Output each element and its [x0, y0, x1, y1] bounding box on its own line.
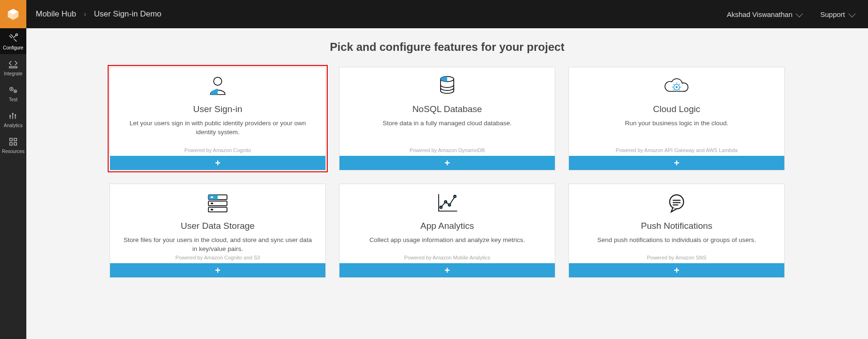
plus-icon: + [674, 158, 679, 168]
card-app-analytics[interactable]: App Analytics Collect app usage informat… [339, 184, 555, 278]
user-icon [206, 74, 229, 97]
chat-icon [664, 191, 689, 214]
card-body: App Analytics Collect app usage informat… [339, 184, 555, 263]
svg-rect-11 [10, 143, 13, 145]
plus-icon: + [215, 158, 221, 168]
card-push-notifications[interactable]: Push Notifications Send push notificatio… [568, 184, 785, 278]
plus-icon: + [674, 266, 679, 275]
breadcrumb-root[interactable]: Mobile Hub [36, 9, 76, 19]
card-title: User Data Storage [181, 221, 254, 231]
card-powered-by: Powered by Amazon DynamoDB [410, 147, 485, 153]
sidebar-item-configure[interactable]: Configure [0, 28, 26, 54]
svg-rect-9 [10, 138, 13, 141]
card-title: Push Notifications [641, 221, 712, 231]
card-title: NoSQL Database [412, 104, 482, 114]
cube-icon [7, 8, 20, 21]
card-nosql-database[interactable]: NoSQL Database Store data in a fully man… [339, 67, 555, 170]
card-powered-by: Powered by Amazon Cognito [184, 147, 251, 153]
card-description: Store files for your users in the cloud,… [123, 236, 312, 254]
card-description: Collect app usage information and analyz… [370, 236, 525, 245]
plus-icon: + [215, 266, 221, 275]
main-content: Pick and configure features for your pro… [26, 28, 868, 339]
user-menu[interactable]: Akshad Viswanathan [727, 10, 802, 18]
svg-point-26 [448, 204, 450, 206]
user-name: Akshad Viswanathan [727, 10, 793, 18]
card-body: Push Notifications Send push notificatio… [569, 184, 784, 263]
card-body: User Sign-in Let your users sign in with… [110, 67, 325, 156]
svg-rect-22 [211, 202, 213, 204]
breadcrumb-separator: › [84, 9, 87, 19]
card-description: Store data in a fully managed cloud data… [383, 119, 512, 128]
sidebar-item-label: Analytics [4, 123, 23, 128]
card-powered-by: Powered by Amazon API Gateway and AWS La… [616, 147, 738, 153]
card-body: Cloud Logic Run your business logic in t… [569, 67, 784, 156]
sidebar-item-test[interactable]: Test [0, 80, 26, 106]
card-add-button[interactable]: + [339, 263, 555, 277]
sidebar-item-label: Resources [2, 149, 24, 154]
card-add-button[interactable]: + [569, 156, 784, 170]
card-add-button[interactable]: + [110, 156, 325, 170]
top-right: Akshad Viswanathan Support [727, 10, 854, 18]
logo-box[interactable] [0, 0, 26, 28]
sidebar-item-label: Integrate [4, 71, 22, 76]
svg-point-16 [676, 86, 678, 89]
card-powered-by: Powered by Amazon Mobile Analytics [404, 255, 490, 260]
breadcrumb-current[interactable]: User Sign-in Demo [94, 9, 162, 19]
svg-point-2 [10, 88, 13, 91]
plus-icon: + [444, 158, 450, 168]
card-title: User Sign-in [193, 104, 243, 114]
card-description: Run your business logic in the cloud. [625, 119, 728, 128]
sidebar-item-analytics[interactable]: Analytics [0, 106, 26, 132]
svg-rect-12 [14, 143, 17, 145]
grid-icon [8, 137, 18, 147]
card-powered-by: Powered by Amazon SNS [647, 255, 707, 260]
svg-point-27 [454, 195, 456, 198]
sidebar: Configure Integrate Test [0, 28, 26, 339]
storage-icon [205, 191, 230, 214]
card-title: App Analytics [420, 221, 474, 231]
card-add-button[interactable]: + [339, 156, 555, 170]
card-cloud-logic[interactable]: Cloud Logic Run your business logic in t… [568, 67, 785, 170]
database-icon [435, 74, 459, 97]
cloud-gear-icon [663, 74, 691, 97]
svg-point-5 [15, 91, 16, 91]
svg-rect-1 [9, 67, 17, 68]
code-icon [8, 59, 18, 69]
card-body: NoSQL Database Store data in a fully man… [339, 67, 555, 156]
chevron-down-icon [796, 10, 804, 17]
card-description: Let your users sign in with public ident… [123, 119, 312, 137]
chevron-down-icon [848, 10, 856, 17]
tools-icon [8, 33, 18, 43]
breadcrumb: Mobile Hub › User Sign-in Demo [36, 9, 727, 19]
svg-point-13 [213, 77, 221, 85]
bars-icon [8, 111, 18, 121]
svg-point-24 [440, 206, 442, 209]
svg-point-7 [12, 113, 13, 114]
svg-point-0 [16, 34, 17, 36]
sidebar-item-label: Configure [3, 45, 23, 50]
card-add-button[interactable]: + [569, 263, 784, 277]
svg-point-28 [670, 195, 684, 209]
gears-icon [8, 85, 18, 95]
card-user-data-storage[interactable]: User Data Storage Store files for your u… [110, 184, 326, 278]
plus-icon: + [444, 266, 450, 275]
sidebar-item-integrate[interactable]: Integrate [0, 54, 26, 80]
svg-rect-23 [211, 209, 213, 210]
support-menu[interactable]: Support [820, 10, 854, 18]
svg-point-4 [14, 90, 17, 93]
support-label: Support [820, 10, 845, 18]
sidebar-item-label: Test [9, 97, 17, 102]
svg-point-8 [15, 114, 16, 115]
svg-point-3 [11, 89, 12, 89]
card-add-button[interactable]: + [110, 263, 325, 277]
card-body: User Data Storage Store files for your u… [110, 184, 325, 263]
svg-rect-21 [211, 196, 213, 198]
card-user-sign-in[interactable]: User Sign-in Let your users sign in with… [110, 67, 326, 170]
svg-rect-10 [14, 138, 17, 141]
card-description: Send push notifications to individuals o… [597, 236, 756, 245]
sidebar-item-resources[interactable]: Resources [0, 132, 26, 158]
svg-point-25 [444, 201, 447, 203]
card-powered-by: Powered by Amazon Cognito and S3 [175, 255, 260, 260]
page-title: Pick and configure features for your pro… [26, 40, 868, 54]
feature-cards: User Sign-in Let your users sign in with… [26, 67, 868, 278]
